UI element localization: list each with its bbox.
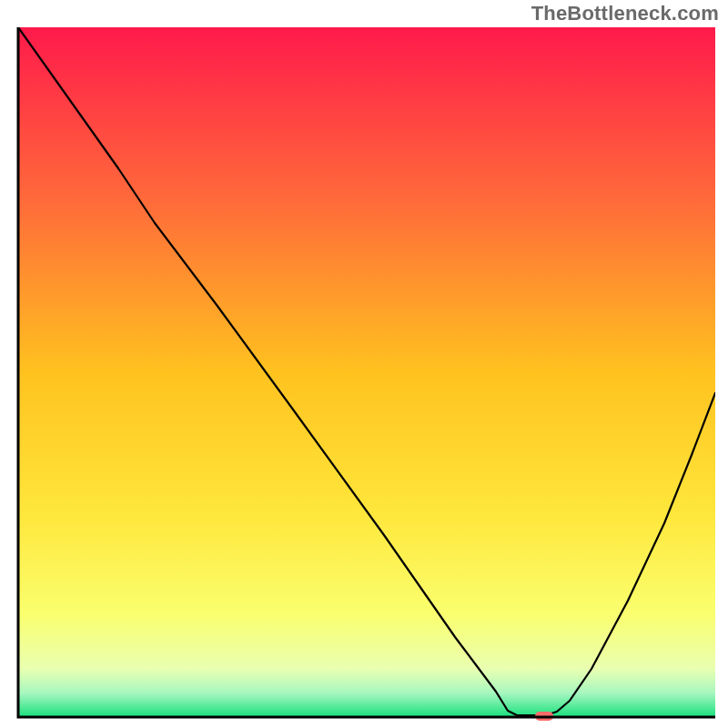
chart-container: TheBottleneck.com <box>0 0 728 728</box>
chart-background-gradient <box>18 27 715 717</box>
watermark-label: TheBottleneck.com <box>531 2 719 25</box>
bottleneck-chart <box>0 0 728 728</box>
